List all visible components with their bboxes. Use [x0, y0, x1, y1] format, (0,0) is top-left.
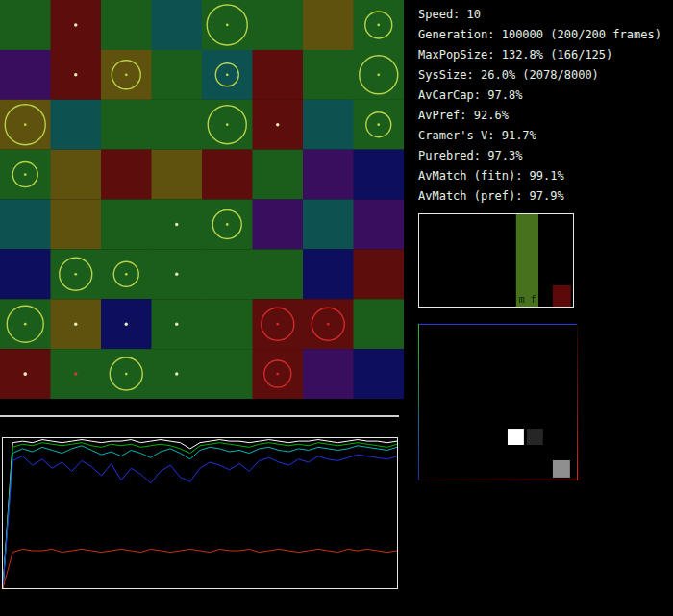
- sex-histogram-panel: [418, 213, 574, 308]
- sex-histogram-canvas: [419, 214, 573, 307]
- history-chart-panel: [2, 437, 398, 589]
- stats-panel: Speed: 10 Generation: 100000 (200/200 fr…: [418, 5, 670, 207]
- stat-avmatch-fitn: AvMatch (fitn): 99.1%: [418, 166, 670, 186]
- genotype-matrix-canvas: [418, 324, 578, 480]
- stat-generation: Generation: 100000 (200/200 frames): [418, 25, 670, 45]
- horizontal-divider: [0, 415, 399, 417]
- stat-syssize: SysSize: 26.0% (2078/8000): [418, 65, 670, 86]
- stat-speed: Speed: 10: [418, 5, 670, 25]
- stat-avpref: AvPref: 92.6%: [418, 106, 670, 126]
- stat-maxpopsize: MaxPopSize: 132.8% (166/125): [418, 45, 670, 65]
- stat-avmatch-pref: AvMatch (pref): 97.9%: [418, 186, 670, 207]
- stat-purebred: Purebred: 97.3%: [418, 146, 670, 166]
- world-grid-canvas: [0, 0, 404, 399]
- stat-cramers-v: Cramer's V: 91.7%: [418, 126, 670, 146]
- stat-avcarcap: AvCarCap: 97.8%: [418, 86, 670, 106]
- history-chart-canvas: [3, 438, 397, 588]
- genotype-matrix-panel: [418, 324, 578, 480]
